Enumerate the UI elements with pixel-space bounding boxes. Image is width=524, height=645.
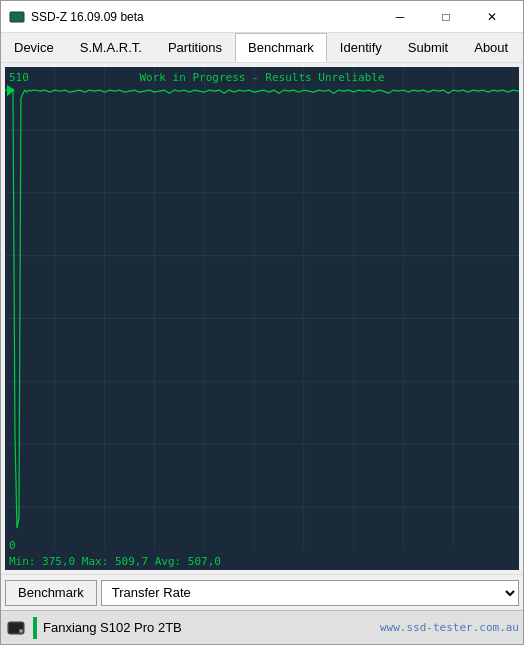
main-content: 510 Work in Progress - Results Unreliabl… (1, 63, 523, 610)
app-window: SSD-Z 16.09.09 beta ─ □ ✕ DeviceS.M.A.R.… (0, 0, 524, 645)
chart-area: 510 Work in Progress - Results Unreliabl… (5, 67, 519, 570)
chart-y-min-label: 0 (9, 539, 16, 552)
benchmark-button[interactable]: Benchmark (5, 580, 97, 606)
chart-stats: Min: 375,0 Max: 509,7 Avg: 507,0 (9, 555, 515, 568)
menu-item-smart[interactable]: S.M.A.R.T. (67, 33, 155, 62)
title-bar: SSD-Z 16.09.09 beta ─ □ ✕ (1, 1, 523, 33)
benchmark-chart (5, 67, 519, 570)
menu-item-about[interactable]: About (461, 33, 521, 62)
svg-rect-2 (13, 15, 16, 19)
drive-icon (5, 617, 27, 639)
drive-status-indicator (33, 617, 37, 639)
menu-item-device[interactable]: Device (1, 33, 67, 62)
minimize-button[interactable]: ─ (377, 1, 423, 33)
app-icon (9, 9, 25, 25)
chart-title: Work in Progress - Results Unreliable (139, 71, 384, 84)
drive-name: Fanxiang S102 Pro 2TB (43, 620, 374, 635)
menu-item-submit[interactable]: Submit (395, 33, 461, 62)
svg-point-25 (20, 630, 22, 632)
menu-item-identify[interactable]: Identify (327, 33, 395, 62)
chart-y-max-label: 510 (9, 71, 29, 84)
maximize-button[interactable]: □ (423, 1, 469, 33)
menu-item-benchmark[interactable]: Benchmark (235, 33, 327, 62)
bottom-controls: Benchmark Transfer RateRandom ReadRandom… (1, 574, 523, 610)
status-bar: Fanxiang S102 Pro 2TB www.ssd-tester.com… (1, 610, 523, 644)
chart-type-dropdown[interactable]: Transfer RateRandom ReadRandom WriteSeek… (101, 580, 519, 606)
svg-rect-3 (18, 15, 21, 19)
close-button[interactable]: ✕ (469, 1, 515, 33)
window-title: SSD-Z 16.09.09 beta (31, 10, 377, 24)
window-controls: ─ □ ✕ (377, 1, 515, 33)
menu-bar: DeviceS.M.A.R.T.PartitionsBenchmarkIdent… (1, 33, 523, 63)
menu-item-partitions[interactable]: Partitions (155, 33, 235, 62)
watermark-text: www.ssd-tester.com.au (380, 621, 519, 634)
